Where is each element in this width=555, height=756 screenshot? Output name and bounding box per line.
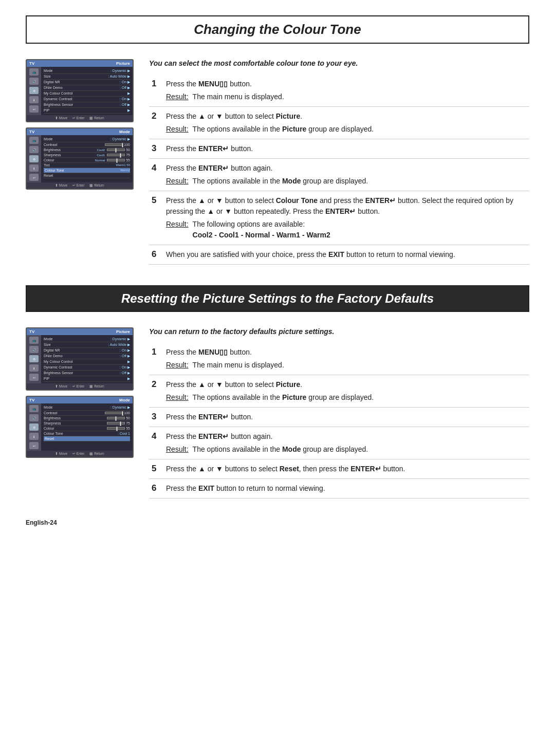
s2step6: 6 Press the EXIT button to return to nor… (149, 479, 529, 499)
step2-result-text: The options available in the Picture gro… (193, 124, 374, 135)
s2tv2-icon-5: ↩ (29, 442, 39, 449)
s2step4-num: 4 (149, 427, 163, 459)
s2step6-num: 6 (149, 479, 163, 499)
tv2-row-sharpness: Sharpness Cool1 75 (44, 153, 130, 158)
s2tv2-icon-1: 📺 (29, 405, 39, 412)
section2-body: TV Picture 📺 🔊 ⚙ ℹ ↩ Mode: Dynamic ▶ (26, 327, 529, 499)
tv2-row-brightness2: Brightness Cool2 50 (44, 147, 130, 153)
tv1-sidebar: 📺 🔊 ⚙ ℹ ↩ (27, 67, 41, 115)
step3-num: 3 (149, 139, 163, 159)
s2tv1-icon-4: ℹ (29, 364, 39, 372)
s2step1: 1 Press the MENU▯▯ button. Result: The m… (149, 343, 529, 375)
tv2-content: 📺 🔊 ⚙ ℹ ↩ Mode: Dynamic ▶ Contrast (27, 135, 133, 182)
tv-icon-1: 📺 (29, 68, 39, 76)
tv2-icon-1: 📺 (29, 137, 39, 144)
s2tv1-row-dyncontrast: Dynamic Contrast: On ▶ (44, 365, 130, 371)
s2tv2-icon-2: 🔊 (29, 414, 39, 421)
section1-tv-panel: TV Picture 📺 🔊 ⚙ ℹ ↩ Mode: Dynamic ▶ (26, 59, 134, 265)
s2tv2-row-sharpness: Sharpness 75 (44, 421, 130, 426)
step5-result-label: Result: (166, 219, 189, 241)
section1: Changing the Colour Tone TV Picture 📺 🔊 … (26, 15, 529, 265)
s2tv2-row-colour: Colour 55 (44, 426, 130, 431)
tv1-row-mode: Mode: Dynamic ▶ (44, 68, 130, 74)
tv2-icon-5: ↩ (29, 174, 39, 181)
s2step1-result-label: Result: (166, 360, 189, 371)
s2step4: 4 Press the ENTER↵ button again. Result:… (149, 427, 529, 459)
page-footer: English-24 (26, 519, 529, 526)
s2step2-result-text: The options available in the Picture gro… (193, 392, 374, 403)
s2step3-num: 3 (149, 408, 163, 427)
tv2-icon-2: 🔊 (29, 146, 39, 153)
tv-icon-3: ⚙ (29, 87, 39, 94)
s2tv1-sidebar: 📺 🔊 ⚙ ℹ ↩ (27, 335, 41, 383)
s2tv2-sidebar: 📺 🔊 ⚙ ℹ ↩ (27, 403, 41, 451)
s2step2-result-label: Result: (166, 392, 189, 403)
s2step5-num: 5 (149, 459, 163, 479)
step4-num: 4 (149, 159, 163, 191)
s2tv2-row-contrast: Contrast 100 (44, 411, 130, 416)
s2tv1-icon-3: ⚙ (29, 355, 39, 362)
s2step6-content: Press the EXIT button to return to norma… (163, 479, 529, 499)
step1-num: 1 (149, 75, 163, 107)
s2step3-content: Press the ENTER↵ button. (163, 408, 529, 427)
section2-intro: You can return to the factory defaults p… (149, 327, 529, 336)
s2tv1-icon-5: ↩ (29, 374, 39, 381)
s2tv1-label: TV (29, 329, 34, 334)
s2tv1-bottombar: ⬆ Move↵ Enter▦ Return (27, 383, 133, 390)
step5-num: 5 (149, 191, 163, 245)
section1-steps: 1 Press the MENU▯▯ button. Result: The m… (149, 75, 529, 265)
step2: 2 Press the ▲ or ▼ button to select Pict… (149, 107, 529, 139)
step4-content: Press the ENTER↵ button again. Result: T… (163, 159, 529, 191)
tv-icon-5: ↩ (29, 105, 39, 113)
s2tv1-row-mode: Mode: Dynamic ▶ (44, 337, 130, 342)
s2tv2-row-colourtone: Colour Tone : Cool 1 (44, 431, 130, 436)
s2tv2-content: 📺 🔊 ⚙ ℹ ↩ Mode: Dynamic ▶ Contrast (27, 403, 133, 451)
step2-content: Press the ▲ or ▼ button to select Pictur… (163, 107, 529, 139)
s2tv2-menu-items: Mode: Dynamic ▶ Contrast 100 Brightness (41, 403, 133, 451)
section2-tv1: TV Picture 📺 🔊 ⚙ ℹ ↩ Mode: Dynamic ▶ (26, 327, 134, 391)
tv2-bottombar: ⬆ Move↵ Enter▦ Return (27, 182, 133, 189)
step2-num: 2 (149, 107, 163, 139)
s2tv1-menu-items: Mode: Dynamic ▶ Size: Auto Wide ▶ Digita… (41, 335, 133, 383)
tv1-label: TV (29, 61, 34, 66)
section1-title: Changing the Colour Tone (37, 22, 518, 38)
tv2-row-colourtone: Colour Tone Warm2 (44, 168, 130, 173)
step2-result-label: Result: (166, 124, 189, 135)
tv1-row-size: Size: Auto Wide ▶ (44, 74, 130, 80)
section2-tv-panel: TV Picture 📺 🔊 ⚙ ℹ ↩ Mode: Dynamic ▶ (26, 327, 134, 499)
s2step4-content: Press the ENTER↵ button again. Result: T… (163, 427, 529, 459)
step6-num: 6 (149, 245, 163, 265)
step5: 5 Press the ▲ or ▼ button to select Colo… (149, 191, 529, 245)
tv2-titlebar: TV Mode (27, 128, 133, 135)
section2-title: Resetting the Picture Settings to the Fa… (37, 291, 518, 306)
section1-intro: You can select the most comfortable colo… (149, 59, 529, 67)
s2tv1-row-mycolor: My Colour Control▶ (44, 359, 130, 365)
tv1-row-dyncontrast: Dynamic Contrast: On ▶ (44, 97, 130, 102)
s2step5: 5 Press the ▲ or ▼ buttons to select Res… (149, 459, 529, 479)
s2step4-result-label: Result: (166, 444, 189, 455)
step6: 6 When you are satisfied with your choic… (149, 245, 529, 265)
section1-tv1: TV Picture 📺 🔊 ⚙ ℹ ↩ Mode: Dynamic ▶ (26, 59, 134, 122)
step4: 4 Press the ENTER↵ button again. Result:… (149, 159, 529, 191)
tv2-menu: Mode (119, 130, 130, 134)
s2step4-result-text: The options available in the Mode group … (193, 444, 368, 455)
step4-result-label: Result: (166, 176, 189, 187)
tv-icon-4: ℹ (29, 96, 39, 103)
tv2-row-contrast: Contrast 100 (44, 142, 130, 147)
tv1-row-mycolor: My Colour Control▶ (44, 91, 130, 97)
s2step2-num: 2 (149, 375, 163, 408)
tv1-titlebar: TV Picture (27, 60, 133, 67)
section1-instructions: You can select the most comfortable colo… (149, 59, 529, 265)
tv1-row-brightness: Brightness Sensor: Off ▶ (44, 102, 130, 108)
tv1-bottombar: ⬆ Move↵ Enter▦ Return (27, 115, 133, 121)
s2tv1-titlebar: TV Picture (27, 328, 133, 335)
page-number: English-24 (26, 519, 57, 526)
s2tv1-icon-2: 🔊 (29, 346, 39, 353)
s2step5-content: Press the ▲ or ▼ buttons to select Reset… (163, 459, 529, 479)
s2tv1-menu: Picture (116, 329, 130, 334)
s2tv1-row-size: Size: Auto Wide ▶ (44, 342, 130, 348)
tv1-row-pip: PIP▶ (44, 108, 130, 114)
tv1-menu: Picture (116, 61, 130, 66)
tv1-content: 📺 🔊 ⚙ ℹ ↩ Mode: Dynamic ▶ Size: Auto Wid… (27, 67, 133, 115)
tv2-icon-3: ⚙ (29, 155, 39, 162)
